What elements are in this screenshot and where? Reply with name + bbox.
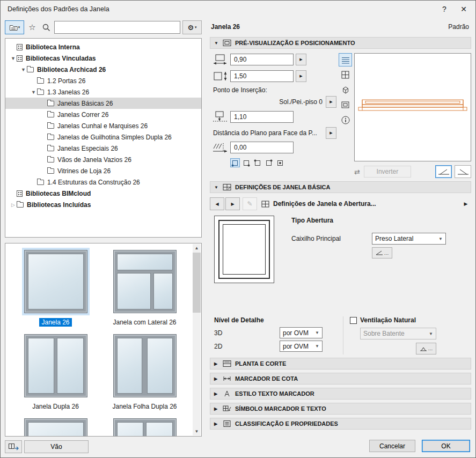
nav-next-button[interactable]: ▶ (225, 197, 240, 210)
detail-2d-select[interactable]: por OVM ▼ (280, 341, 323, 352)
anchor-option-4[interactable] (264, 158, 274, 167)
pencil-icon: ✎ (247, 200, 252, 208)
tree-item-estruturas-construcao-26[interactable]: 1.4 Estruturas da Construção 26 (5, 176, 201, 188)
section-view-icon (341, 100, 350, 110)
anchor-option-1[interactable] (230, 158, 240, 167)
tree-item-janelas-especiais-26[interactable]: Janelas Especiais 26 (5, 143, 201, 154)
ok-button[interactable]: OK (422, 440, 470, 452)
plan-preview[interactable] (354, 53, 471, 161)
main-sash-select[interactable]: Preso Lateral ▼ (372, 233, 446, 245)
thumbnail-janela-dupla-26[interactable]: Janela Dupla 26 (21, 332, 90, 411)
thumbnail-label: Janela Dupla 26 (30, 402, 81, 411)
section-collapsed-icon: ▶ (214, 376, 219, 381)
thumbnail-janela-26[interactable]: Janela 26 (21, 248, 90, 327)
ventilation-settings-button[interactable]: … (416, 343, 436, 354)
plan-view-button[interactable] (339, 53, 352, 67)
page-forward-button[interactable]: ▶ (460, 197, 471, 210)
detail-3d-label: 3D (214, 329, 280, 337)
anchor-value[interactable]: Sol./Pei.-piso 0 (279, 98, 323, 106)
folder-view-button[interactable]: ▾ (5, 20, 24, 34)
folder-view-icon (9, 24, 18, 31)
opening-direction-right-button[interactable] (455, 165, 471, 178)
thumbnail-janela-folha-dupla-26[interactable]: Janela Folha Dupla 26 (111, 332, 179, 411)
cube-3d-icon (341, 85, 350, 95)
tree-item-bibliotecas-bimcloud[interactable]: Bibliotecas BIMcloud (5, 188, 201, 199)
tree-item-janelas-basicas-26[interactable]: Janelas Básicas 26 (5, 98, 201, 109)
section-classificacao-e-propriedades[interactable]: ▶ CLASSIFICAÇÃO E PROPRIEDADES (210, 418, 471, 430)
settings-button[interactable]: ⚙ ▾ (182, 20, 202, 34)
thumbnail-partial[interactable] (111, 416, 179, 437)
tree-item-biblioteca-interna[interactable]: Biblioteca Interna (5, 41, 201, 53)
detail-3d-select[interactable]: por OVM ▼ (280, 327, 323, 338)
expander-expanded-icon[interactable]: ▼ (20, 67, 27, 72)
tree-item-bibliotecas-vinculadas[interactable]: ▼ Bibliotecas Vinculadas (5, 53, 201, 64)
section-estilo-texto-marcador[interactable]: ▶ ESTILO TEXTO MARCADOR (210, 388, 471, 400)
distance-options-button[interactable]: ▶ (326, 127, 336, 139)
section-basic-window-settings[interactable]: ▼ DEFINIÇÕES DE JANELA BÁSICA (210, 181, 471, 193)
thumbnail-janela-com-lateral-26[interactable]: Janela com Lateral 26 (111, 248, 179, 327)
3d-view-button[interactable] (339, 83, 352, 97)
right-arrow-icon: ▶ (299, 57, 302, 62)
favorites-button[interactable]: ☆ (26, 21, 38, 34)
ventilation-mode-select[interactable]: Sobre Batente ▼ (360, 328, 436, 339)
section-marcador-de-cota[interactable]: ▶ MARCADOR DE COTA (210, 373, 471, 385)
anchor-option-3[interactable] (253, 158, 262, 167)
thumbnail-scrollbar[interactable]: ▲ ▼ (193, 244, 201, 435)
close-button[interactable]: ✕ (454, 2, 473, 17)
tree-item-vitrines-loja-26[interactable]: Vitrines de Loja 26 (5, 165, 201, 176)
tree-item-biblioteca-archicad-26[interactable]: ▼ Biblioteca Archicad 26 (5, 64, 201, 75)
tree-item-janelas-26[interactable]: ▼ 1.3 Janelas 26 (5, 86, 201, 98)
section-preview-positioning[interactable]: ▼ PRÉ-VISUALIZAÇÃO E POSICIONAMENTO (210, 37, 471, 49)
cancel-button[interactable]: Cancelar (369, 440, 415, 452)
search-input[interactable] (57, 24, 177, 31)
search-button[interactable] (40, 21, 52, 34)
expander-expanded-icon[interactable]: ▼ (10, 56, 17, 61)
width-field[interactable]: 0,90 (230, 54, 294, 65)
width-options-button[interactable]: ▶ (296, 54, 306, 65)
folder-icon (47, 135, 54, 140)
height-options-button[interactable]: ▶ (296, 70, 306, 82)
tree-item-janelas-correr-26[interactable]: Janelas Correr 26 (5, 109, 201, 120)
scroll-up-icon[interactable]: ▲ (193, 244, 201, 252)
section-view-button[interactable] (339, 98, 352, 112)
edit-page-button[interactable]: ✎ (243, 197, 257, 210)
left-arrow-icon: ◀ (215, 202, 218, 206)
window-image (22, 248, 90, 315)
invert-button[interactable]: Inverter (364, 166, 411, 178)
tree-item-vaos-janela-vazios-26[interactable]: Vãos de Janela Vazios 26 (5, 154, 201, 165)
plan-section-icon (223, 360, 231, 367)
tree-item-janelas-cunhal-26[interactable]: Janelas Cunhal e Marquises 26 (5, 120, 201, 131)
natural-ventilation-checkbox[interactable] (350, 317, 357, 324)
info-view-button[interactable] (339, 113, 352, 127)
distance-plane-field[interactable]: 0,00 (230, 142, 294, 153)
elevation-view-button[interactable] (339, 68, 352, 82)
placement-mode-button[interactable] (5, 440, 22, 453)
section-planta-e-corte[interactable]: ▶ PLANTA E CORTE (210, 358, 471, 370)
expander-expanded-icon[interactable]: ▼ (30, 90, 37, 95)
thumbnail-label: Janela Folha Dupla 26 (110, 402, 179, 411)
star-icon: ☆ (28, 23, 35, 32)
help-button[interactable]: ? (435, 2, 454, 17)
tree-item-portas-26[interactable]: 1.2 Portas 26 (5, 75, 201, 86)
anchor-option-5[interactable] (275, 158, 285, 167)
tree-item-janelas-guilhotina-26[interactable]: Janelas de Guilhotina Simples Dupla 26 (5, 131, 201, 143)
tree-item-bibliotecas-incluidas[interactable]: ▷ Bibliotecas Incluídas (5, 199, 201, 210)
sill-height-field[interactable]: 1,10 (230, 111, 294, 123)
folder-icon (47, 157, 54, 162)
anchor-options-button[interactable]: ▶ (326, 96, 336, 108)
opening-direction-left-button[interactable] (435, 165, 452, 178)
expander-collapsed-icon[interactable]: ▷ (10, 202, 17, 208)
thumbnail-partial[interactable] (21, 416, 90, 437)
scrollbar-thumb[interactable] (193, 253, 201, 313)
settings-page-selector[interactable]: Definições de Janela e Abertura... (257, 197, 460, 210)
section-simbolo-marcador-e-texto[interactable]: ▶ SÍMBOLO MARCADOR E TEXTO (210, 403, 471, 415)
scroll-down-icon[interactable]: ▼ (193, 427, 201, 435)
dimension-marker-icon (223, 375, 231, 382)
sash-angle-button[interactable]: … (372, 247, 392, 258)
window-image (22, 332, 90, 400)
anchor-option-2[interactable] (241, 158, 251, 167)
section-title: CLASSIFICAÇÃO E PROPRIEDADES (235, 420, 338, 427)
vao-button[interactable]: Vão (24, 440, 89, 453)
height-field[interactable]: 1,50 (230, 70, 294, 82)
nav-previous-button[interactable]: ◀ (210, 197, 224, 210)
